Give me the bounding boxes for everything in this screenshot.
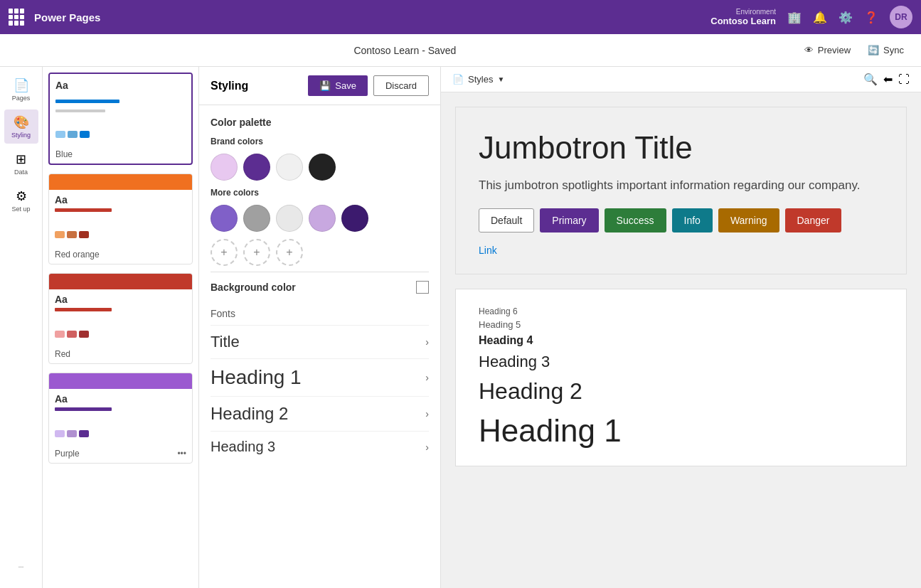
preview-toolbar: 📄 Styles ▼ 🔍 ⬅ ⛶ bbox=[441, 67, 921, 92]
styling-label: Styling bbox=[11, 132, 31, 139]
font-h2-label: Heading 2 bbox=[211, 404, 288, 424]
btn-warning[interactable]: Warning bbox=[718, 208, 779, 232]
more-colors-label: More colors bbox=[211, 188, 429, 198]
preview-button[interactable]: 👁 Preview bbox=[799, 42, 856, 58]
brand-color-3[interactable] bbox=[276, 154, 303, 181]
theme-aa-ro: Aa bbox=[55, 194, 68, 205]
environment-label: Environment bbox=[736, 8, 776, 16]
theme-card-red-orange[interactable]: Aa Red orange bbox=[48, 173, 193, 264]
theme-card-purple[interactable]: Aa Purple ••• bbox=[48, 373, 193, 464]
btn-default[interactable]: Default bbox=[479, 208, 534, 232]
jumbotron-link[interactable]: Link bbox=[479, 245, 497, 256]
styles-button[interactable]: 📄 Styles ▼ bbox=[452, 74, 504, 85]
fullscreen-button[interactable]: ⛶ bbox=[898, 73, 910, 86]
sidebar-item-pages[interactable]: 📄 Pages bbox=[4, 73, 38, 107]
heading-1: Heading 1 bbox=[479, 413, 883, 449]
btn-primary[interactable]: Primary bbox=[540, 208, 598, 232]
add-color-1[interactable]: + bbox=[211, 239, 238, 266]
jumbotron: Jumbotron Title This jumbotron spotlight… bbox=[455, 107, 907, 274]
color-palette-section: Color palette Brand colors More colors bbox=[211, 117, 429, 266]
color-palette-title: Color palette bbox=[211, 117, 429, 128]
top-nav-right: Environment Contoso Learn 🏢 🔔 ⚙️ ❓ DR bbox=[710, 6, 912, 28]
styling-content: Color palette Brand colors More colors bbox=[199, 105, 440, 588]
theme-more-icon[interactable]: ••• bbox=[177, 449, 186, 459]
second-nav: Contoso Learn - Saved 👁 Preview 🔄 Sync bbox=[0, 34, 921, 67]
main-area: 📄 Pages 🎨 Styling ⊞ Data ⚙ Set up ... Aa bbox=[0, 67, 921, 588]
background-color-section: Background color bbox=[211, 272, 429, 302]
pages-icon: 📄 bbox=[14, 77, 29, 93]
background-color-checkbox[interactable] bbox=[416, 281, 429, 294]
more-color-2[interactable] bbox=[243, 205, 270, 232]
add-color-row: + + + bbox=[211, 239, 429, 266]
theme-name-red: Red bbox=[55, 349, 70, 359]
font-item-h3[interactable]: Heading 3 › bbox=[211, 431, 429, 462]
styling-title: Styling bbox=[211, 80, 248, 92]
preview-content: Jumbotron Title This jumbotron spotlight… bbox=[441, 92, 921, 588]
btn-danger[interactable]: Danger bbox=[785, 208, 842, 232]
more-color-3[interactable] bbox=[276, 205, 303, 232]
more-color-5[interactable] bbox=[341, 205, 368, 232]
title-chevron: › bbox=[425, 336, 429, 348]
theme-aa-blue: Aa bbox=[55, 80, 68, 91]
left-sidebar: 📄 Pages 🎨 Styling ⊞ Data ⚙ Set up ... bbox=[0, 67, 43, 588]
headings-section: Heading 6 Heading 5 Heading 4 Heading 3 … bbox=[455, 289, 907, 466]
fonts-label: Fonts bbox=[211, 308, 429, 319]
settings-icon[interactable]: ⚙️ bbox=[839, 11, 853, 24]
preview-toolbar-right: 🔍 ⬅ ⛶ bbox=[863, 73, 910, 86]
setup-label: Set up bbox=[11, 205, 30, 213]
sync-icon: 🔄 bbox=[868, 45, 879, 55]
styling-header: Styling 💾 Save Discard bbox=[199, 67, 440, 105]
save-icon: 💾 bbox=[319, 80, 331, 91]
top-nav: Power Pages Environment Contoso Learn 🏢 … bbox=[0, 0, 921, 34]
zoom-out-button[interactable]: ⬅ bbox=[883, 73, 893, 86]
brand-color-1[interactable] bbox=[211, 154, 238, 181]
font-h3-label: Heading 3 bbox=[211, 439, 275, 455]
theme-panel: Aa Blue Aa bbox=[43, 67, 199, 588]
styling-actions: 💾 Save Discard bbox=[308, 75, 429, 96]
theme-name-purple: Purple bbox=[55, 449, 80, 459]
zoom-in-button[interactable]: 🔍 bbox=[863, 73, 878, 86]
font-item-title[interactable]: Title › bbox=[211, 325, 429, 358]
sidebar-more[interactable]: ... bbox=[4, 548, 38, 582]
app-title: Power Pages bbox=[34, 11, 100, 23]
heading-3: Heading 3 bbox=[479, 353, 883, 371]
btn-success[interactable]: Success bbox=[605, 208, 666, 232]
theme-card-red[interactable]: Aa Red bbox=[48, 273, 193, 364]
sidebar-item-setup[interactable]: ⚙ Set up bbox=[4, 183, 38, 218]
brand-colors-row bbox=[211, 154, 429, 181]
data-label: Data bbox=[14, 169, 28, 176]
help-icon[interactable]: ❓ bbox=[864, 11, 878, 24]
avatar[interactable]: DR bbox=[890, 6, 912, 28]
styles-icon: 📄 bbox=[452, 74, 464, 85]
h2-chevron: › bbox=[425, 408, 429, 419]
more-color-4[interactable] bbox=[309, 205, 336, 232]
environment-icon[interactable]: 🏢 bbox=[787, 11, 802, 24]
btn-info[interactable]: Info bbox=[672, 208, 713, 232]
pages-label: Pages bbox=[12, 95, 31, 102]
save-button[interactable]: 💾 Save bbox=[308, 75, 368, 96]
sidebar-item-styling[interactable]: 🎨 Styling bbox=[4, 109, 38, 144]
sidebar-item-data[interactable]: ⊞ Data bbox=[4, 146, 38, 181]
environment-info: Environment Contoso Learn bbox=[710, 8, 776, 26]
theme-aa-purple: Aa bbox=[55, 393, 68, 405]
waffle-icon[interactable] bbox=[9, 9, 26, 26]
brand-color-4[interactable] bbox=[309, 154, 336, 181]
background-color-label: Background color bbox=[211, 282, 296, 293]
sync-button[interactable]: 🔄 Sync bbox=[862, 42, 910, 58]
page-title: Contoso Learn - Saved bbox=[11, 45, 799, 56]
font-item-h1[interactable]: Heading 1 › bbox=[211, 358, 429, 396]
discard-button[interactable]: Discard bbox=[373, 75, 429, 96]
preview-area: 📄 Styles ▼ 🔍 ⬅ ⛶ Jumbotron Title This ju… bbox=[441, 67, 921, 588]
theme-name-ro: Red orange bbox=[55, 250, 100, 260]
notifications-icon[interactable]: 🔔 bbox=[813, 11, 827, 24]
theme-card-blue[interactable]: Aa Blue bbox=[48, 73, 193, 165]
font-item-h2[interactable]: Heading 2 › bbox=[211, 396, 429, 431]
heading-6: Heading 6 bbox=[479, 306, 883, 316]
fonts-section: Fonts Title › Heading 1 › Heading 2 › He… bbox=[211, 302, 429, 462]
styling-panel: Styling 💾 Save Discard Color palette Bra… bbox=[199, 67, 441, 588]
add-color-3[interactable]: + bbox=[276, 239, 303, 266]
brand-color-2[interactable] bbox=[243, 154, 270, 181]
more-label: ... bbox=[18, 562, 24, 569]
add-color-2[interactable]: + bbox=[243, 239, 270, 266]
more-color-1[interactable] bbox=[211, 205, 238, 232]
